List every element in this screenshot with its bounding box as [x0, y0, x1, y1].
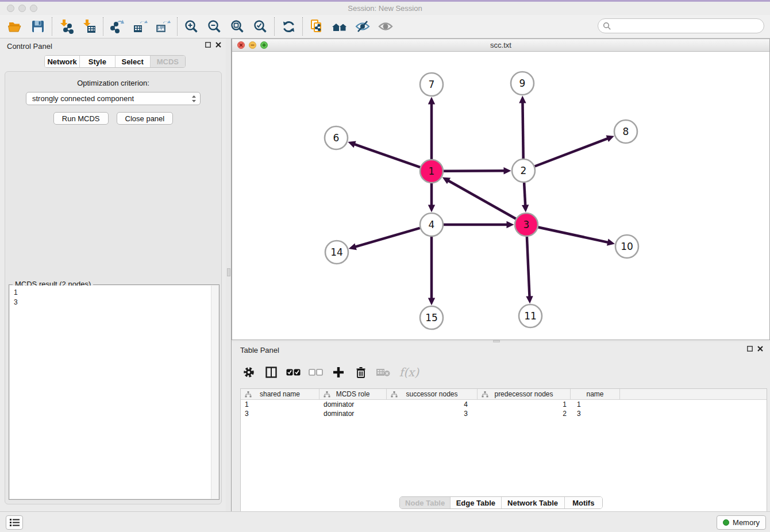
gear-icon	[242, 366, 255, 379]
column-header-successor-nodes[interactable]: successor nodes	[387, 389, 478, 399]
network-window-titlebar[interactable]: scc.txt	[232, 39, 769, 52]
show-all-networks-button[interactable]	[328, 17, 351, 36]
column-header-mcds-role[interactable]: MCDS role	[319, 389, 387, 399]
select-all-icon	[286, 368, 301, 377]
tab-network[interactable]: Network	[45, 56, 79, 67]
graph-node-1[interactable]: 1	[420, 160, 443, 183]
graph-node-9[interactable]: 9	[511, 72, 534, 95]
result-scrollbar[interactable]	[211, 286, 218, 499]
close-panel-icon[interactable]	[757, 346, 763, 352]
column-header-shared-name[interactable]: shared name	[241, 389, 319, 399]
graph-node-2[interactable]: 2	[512, 159, 535, 182]
zoom-out-icon	[207, 19, 222, 34]
graph-edge-3-1[interactable]	[448, 180, 515, 219]
clone-network-button[interactable]	[305, 17, 328, 36]
zoom-fit-button[interactable]	[226, 17, 249, 36]
graph-node-10[interactable]: 10	[615, 235, 638, 258]
graph-edge-1-6[interactable]	[354, 144, 420, 167]
function-builder-button[interactable]: f(x)	[397, 364, 421, 381]
export-image-button[interactable]	[152, 17, 175, 36]
zoom-in-button[interactable]	[180, 17, 203, 36]
select-all-button[interactable]	[285, 364, 302, 381]
tab-motifs[interactable]: Motifs	[564, 497, 602, 508]
graph-node-label: 3	[523, 219, 530, 230]
delete-column-button[interactable]	[352, 364, 369, 381]
search-box[interactable]	[598, 18, 764, 33]
tab-node-table[interactable]: Node Table	[400, 497, 450, 508]
hierarchy-icon	[324, 391, 330, 398]
graph-edge-2-3[interactable]	[524, 183, 525, 206]
splitter-grip[interactable]	[227, 268, 230, 276]
table-row[interactable]: 1 dominator 4 1 1	[241, 400, 767, 409]
import-table-button[interactable]	[78, 17, 101, 36]
close-panel-button[interactable]: Close panel	[117, 112, 174, 125]
show-selected-button[interactable]	[374, 17, 397, 36]
mcds-result-item: 1	[14, 288, 211, 298]
graph-node-6[interactable]: 6	[325, 126, 348, 149]
node-table: shared name MCDS role successor nodes	[240, 388, 767, 532]
export-table-button[interactable]	[129, 17, 152, 36]
graph-node-3[interactable]: 3	[515, 213, 538, 236]
criterion-dropdown[interactable]: strongly connected component	[26, 92, 201, 105]
vertical-splitter[interactable]	[226, 38, 232, 511]
graph-edge-1-2[interactable]	[444, 171, 505, 171]
save-session-button[interactable]	[26, 17, 49, 36]
delete-table-button[interactable]	[375, 364, 392, 381]
hide-selected-button[interactable]	[351, 17, 374, 36]
graph-node-15[interactable]: 15	[420, 306, 443, 329]
graph-edge-2-8[interactable]	[535, 138, 609, 167]
task-history-button[interactable]	[6, 515, 23, 530]
refresh-layout-button[interactable]	[277, 17, 300, 36]
network-canvas[interactable]: 1234678910111415	[232, 52, 769, 340]
cell-name: 1	[571, 400, 620, 409]
graph-edge-arrow	[349, 243, 357, 250]
dropdown-stepper-icon	[191, 95, 197, 103]
cell-successor-nodes: 3	[387, 409, 478, 418]
graph-node-label: 10	[621, 241, 633, 252]
deselect-all-button[interactable]	[307, 364, 325, 381]
graph-node-4[interactable]: 4	[420, 213, 443, 236]
split-panel-button[interactable]	[263, 364, 280, 381]
import-network-button[interactable]	[55, 17, 78, 36]
mcds-result-box: MCDS result (2 nodes) 1 3	[9, 284, 220, 500]
export-network-button[interactable]	[106, 17, 129, 36]
task-list-icon	[10, 518, 20, 527]
memory-button[interactable]: Memory	[717, 515, 766, 530]
graph-node-7[interactable]: 7	[420, 73, 443, 96]
tab-network-table[interactable]: Network Table	[501, 497, 564, 508]
search-input[interactable]	[614, 22, 764, 30]
graph-node-label: 4	[429, 219, 435, 230]
tab-style[interactable]: Style	[79, 56, 114, 67]
delete-table-icon	[376, 367, 391, 377]
graph-edge-4-14[interactable]	[355, 228, 420, 247]
run-mcds-button[interactable]: Run MCDS	[53, 112, 109, 125]
graph-node-8[interactable]: 8	[614, 120, 637, 143]
network-graph: 1234678910111415	[232, 52, 769, 340]
column-header-name[interactable]: name	[571, 389, 620, 399]
hierarchy-icon	[391, 391, 398, 398]
graph-node-label: 11	[524, 310, 537, 322]
zoom-in-icon	[184, 19, 199, 34]
tab-select[interactable]: Select	[115, 56, 150, 67]
hierarchy-icon	[245, 391, 252, 398]
add-column-button[interactable]	[330, 364, 347, 381]
table-row[interactable]: 3 dominator 3 2 3	[241, 409, 767, 418]
graph-node-14[interactable]: 14	[325, 241, 348, 264]
graph-edge-2-9[interactable]	[522, 102, 523, 159]
open-file-button[interactable]	[3, 17, 26, 36]
close-panel-icon[interactable]	[215, 42, 221, 48]
column-header-predecessor-nodes[interactable]: predecessor nodes	[478, 389, 571, 399]
graph-edge-arrow	[519, 95, 526, 103]
float-panel-icon[interactable]	[747, 346, 753, 352]
tab-mcds[interactable]: MCDS	[150, 56, 185, 67]
graph-edge-3-10[interactable]	[538, 227, 609, 242]
float-panel-icon[interactable]	[205, 42, 211, 48]
gear-button[interactable]	[240, 364, 257, 381]
graph-node-11[interactable]: 11	[519, 304, 542, 327]
zoom-selected-button[interactable]	[249, 17, 272, 36]
zoom-out-button[interactable]	[203, 17, 226, 36]
tab-edge-table[interactable]: Edge Table	[450, 497, 500, 508]
network-view-window: scc.txt 1234678910111415	[232, 38, 770, 340]
graph-edge-3-11[interactable]	[527, 237, 530, 298]
import-table-icon	[81, 18, 97, 34]
